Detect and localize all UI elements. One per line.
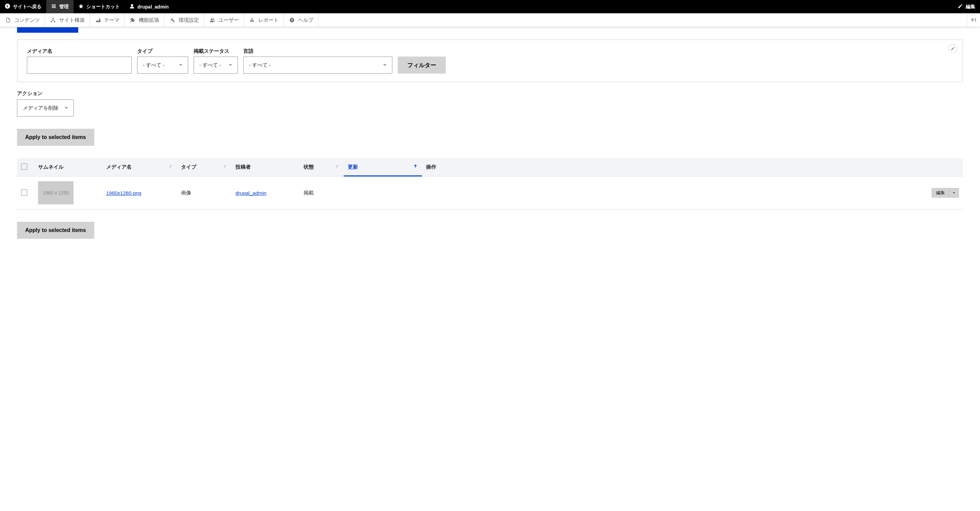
back-to-site-link[interactable]: サイトへ戻る [0, 0, 46, 13]
menu-people-label: ユーザー [218, 17, 239, 24]
author-link[interactable]: drupal_admin [235, 190, 266, 196]
publish-status-value: - すべて - [199, 62, 221, 69]
sort-icon [223, 164, 227, 170]
media-name-header[interactable]: メディア名 [102, 158, 177, 176]
admin-menu-items: コンテンツ サイト構築 テーマ 機能拡張 環境設定 ユーザー レポート ? ヘル [0, 13, 318, 27]
svg-rect-11 [250, 20, 251, 22]
author-cell: drupal_admin [231, 176, 299, 209]
edit-mode-toggle[interactable]: 編集 [953, 0, 980, 13]
svg-rect-13 [253, 21, 254, 22]
filter-language: 言語 - すべて - [243, 48, 392, 73]
menu-reports[interactable]: レポート [244, 13, 284, 27]
chevron-down-icon [952, 190, 956, 196]
updated-cell [344, 176, 422, 209]
add-media-button-partial[interactable] [17, 27, 78, 33]
edit-label: 編集 [966, 4, 975, 10]
thumbnail-image: 1960 x 1280 [38, 181, 73, 204]
action-select[interactable]: メディアを削除 [17, 99, 74, 117]
svg-rect-2 [52, 6, 56, 6]
type-cell: 画像 [177, 176, 231, 209]
svg-point-4 [131, 4, 134, 6]
filter-type: タイプ - すべて - [137, 48, 188, 73]
menu-help-label: ヘルプ [298, 17, 313, 24]
help-icon: ? [288, 17, 295, 24]
svg-rect-12 [252, 18, 253, 22]
star-icon [78, 3, 84, 10]
menu-content-label: コンテンツ [14, 17, 40, 24]
publish-status-label: 掲載ステータス [194, 48, 238, 54]
filter-button[interactable]: フィルター [398, 57, 446, 73]
sort-icon [336, 164, 340, 170]
type-header-label: タイプ [181, 164, 196, 170]
chevron-down-icon [228, 62, 233, 68]
row-checkbox[interactable] [21, 189, 27, 196]
filter-publish-status: 掲載ステータス - すべて - [194, 48, 238, 73]
menu-help[interactable]: ? ヘルプ [284, 13, 318, 27]
svg-point-5 [52, 18, 54, 19]
table-header-row: サムネイル メディア名 タイプ 投稿者 状態 更新 操作 [17, 158, 963, 176]
language-select-value: - すべて - [249, 62, 270, 69]
menu-content[interactable]: コンテンツ [0, 13, 45, 27]
language-select[interactable]: - すべて - [243, 57, 392, 73]
menu-appearance[interactable]: テーマ [90, 13, 124, 27]
chevron-down-icon [178, 62, 183, 68]
menu-configuration[interactable]: 環境設定 [164, 13, 204, 27]
operations-dropdown-toggle[interactable] [950, 188, 959, 198]
appearance-icon [95, 17, 102, 24]
filter-edit-icon[interactable] [948, 44, 957, 53]
pencil-icon [958, 3, 963, 10]
svg-text:?: ? [291, 18, 293, 22]
configuration-icon [169, 17, 176, 24]
svg-rect-23 [336, 166, 338, 167]
type-select[interactable]: - すべて - [137, 57, 188, 73]
manage-toggle[interactable]: 管理 [46, 0, 73, 13]
svg-rect-3 [52, 7, 56, 8]
svg-rect-22 [336, 166, 339, 166]
sort-icon [169, 164, 173, 170]
type-select-value: - すべて - [143, 62, 164, 69]
back-to-site-label: サイトへ戻る [13, 4, 41, 10]
user-menu[interactable]: drupal_admin [124, 0, 173, 13]
media-name-header-label: メディア名 [106, 164, 132, 170]
media-name-input[interactable] [27, 57, 132, 73]
svg-rect-17 [169, 166, 171, 167]
shortcuts-link[interactable]: ショートカット [73, 0, 124, 13]
type-label: タイプ [137, 48, 188, 54]
back-icon [5, 3, 10, 10]
svg-rect-16 [169, 166, 172, 166]
svg-rect-21 [224, 168, 225, 168]
manage-label: 管理 [59, 4, 69, 10]
svg-rect-24 [336, 168, 337, 168]
media-name-link[interactable]: 1960x1280.png [106, 190, 141, 196]
svg-rect-1 [52, 5, 56, 5]
apply-button-bottom[interactable]: Apply to selected items [17, 222, 94, 239]
people-icon [209, 17, 216, 24]
publish-status-select[interactable]: - すべて - [194, 57, 238, 73]
menu-people[interactable]: ユーザー [204, 13, 244, 27]
toolbar-left-group: サイトへ戻る 管理 ショートカット drupal_admin [0, 0, 173, 13]
action-select-value: メディアを削除 [23, 105, 59, 112]
menu-extend[interactable]: 機能拡張 [124, 13, 164, 27]
filter-row: メディア名 タイプ - すべて - 掲載ステータス - すべて - 言語 [27, 48, 953, 73]
content-icon [5, 17, 11, 24]
filter-media-name: メディア名 [27, 48, 132, 73]
select-all-checkbox[interactable] [21, 163, 27, 170]
updated-header-label: 更新 [348, 164, 358, 170]
structure-icon [50, 17, 56, 24]
apply-button-top[interactable]: Apply to selected items [17, 129, 94, 146]
thumbnail-cell: 1960 x 1280 [34, 176, 102, 209]
type-header[interactable]: タイプ [177, 158, 231, 176]
updated-header[interactable]: 更新 [344, 158, 422, 176]
toolbar-orientation-toggle[interactable] [967, 13, 980, 27]
status-header[interactable]: 状態 [299, 158, 344, 176]
edit-button[interactable]: 編集 [932, 188, 950, 198]
svg-point-8 [99, 18, 100, 19]
media-name-cell: 1960x1280.png [102, 176, 177, 209]
menu-extend-label: 機能拡張 [139, 17, 159, 24]
extend-icon [129, 17, 136, 24]
operations-cell: 編集 [422, 176, 963, 209]
menu-structure[interactable]: サイト構築 [45, 13, 90, 27]
operations-button-group: 編集 [932, 188, 959, 198]
svg-point-10 [213, 18, 214, 20]
author-header: 投稿者 [231, 158, 299, 176]
